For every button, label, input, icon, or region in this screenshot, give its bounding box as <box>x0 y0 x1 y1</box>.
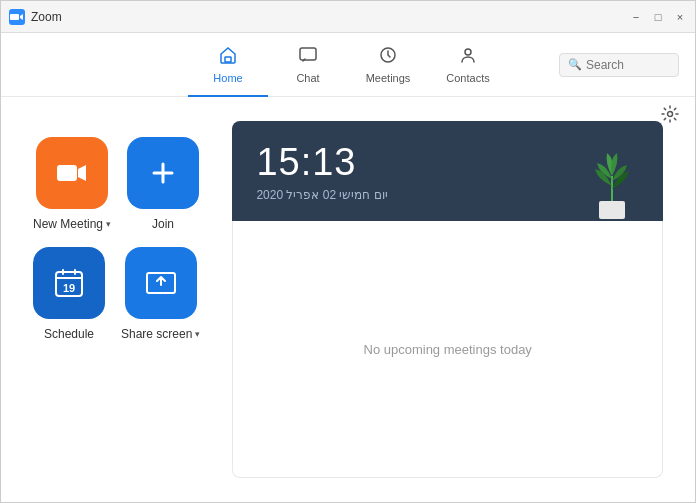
main-content: New Meeting ▾ Join <box>1 97 695 502</box>
minimize-button[interactable]: − <box>629 10 643 24</box>
svg-point-5 <box>668 112 673 117</box>
search-box[interactable]: 🔍 <box>559 53 679 77</box>
share-screen-chevron: ▾ <box>195 329 200 339</box>
new-meeting-chevron: ▾ <box>106 219 111 229</box>
svg-rect-6 <box>57 165 77 181</box>
chat-icon <box>298 45 318 70</box>
maximize-button[interactable]: □ <box>651 10 665 24</box>
schedule-label: Schedule <box>44 327 94 341</box>
join-label: Join <box>152 217 174 231</box>
meetings-icon <box>378 45 398 70</box>
svg-rect-1 <box>225 57 231 62</box>
no-meetings-text: No upcoming meetings today <box>364 342 532 357</box>
schedule-item[interactable]: 19 Schedule <box>33 247 105 341</box>
nav-home-label: Home <box>213 72 242 84</box>
calendar-panel: 15:13 יום חמישי 02 אפריל 2020 <box>232 121 663 478</box>
date-card: 15:13 יום חמישי 02 אפריל 2020 <box>232 121 663 221</box>
search-icon: 🔍 <box>568 58 582 71</box>
nav-meetings-label: Meetings <box>366 72 411 84</box>
action-row-2: 19 Schedule Sh <box>33 247 200 341</box>
window-title: Zoom <box>31 10 62 24</box>
join-item[interactable]: Join <box>127 137 199 231</box>
nav-item-home[interactable]: Home <box>188 33 268 97</box>
nav-item-chat[interactable]: Chat <box>268 33 348 97</box>
nav-chat-label: Chat <box>296 72 319 84</box>
main-window: Zoom − □ × Home <box>0 0 696 503</box>
action-buttons-panel: New Meeting ▾ Join <box>33 121 200 478</box>
home-icon <box>218 45 238 70</box>
close-button[interactable]: × <box>673 10 687 24</box>
calendar-icon: 19 <box>51 265 87 301</box>
contacts-icon <box>458 45 478 70</box>
new-meeting-label: New Meeting ▾ <box>33 217 111 231</box>
zoom-logo-icon <box>9 9 25 25</box>
nav-item-contacts[interactable]: Contacts <box>428 33 508 97</box>
nav-contacts-label: Contacts <box>446 72 489 84</box>
schedule-button[interactable]: 19 <box>33 247 105 319</box>
new-meeting-button[interactable] <box>36 137 108 209</box>
camera-icon <box>54 155 90 191</box>
join-button[interactable] <box>127 137 199 209</box>
new-meeting-item[interactable]: New Meeting ▾ <box>33 137 111 231</box>
plant-decoration <box>577 131 647 221</box>
time-display: 15:13 <box>256 141 387 184</box>
share-screen-button[interactable] <box>125 247 197 319</box>
plus-icon <box>146 156 180 190</box>
meetings-panel: No upcoming meetings today <box>232 221 663 478</box>
share-screen-icon <box>143 265 179 301</box>
title-bar: Zoom − □ × <box>1 1 695 33</box>
search-input[interactable] <box>586 58 666 72</box>
svg-text:19: 19 <box>63 282 75 294</box>
share-screen-label: Share screen ▾ <box>121 327 200 341</box>
title-bar-left: Zoom <box>9 9 62 25</box>
date-display: יום חמישי 02 אפריל 2020 <box>256 188 387 202</box>
nav-item-meetings[interactable]: Meetings <box>348 33 428 97</box>
svg-rect-2 <box>300 48 316 60</box>
title-bar-controls: − □ × <box>629 10 687 24</box>
settings-button[interactable] <box>661 105 679 127</box>
svg-point-4 <box>465 49 471 55</box>
action-row-1: New Meeting ▾ Join <box>33 137 200 231</box>
date-info: 15:13 יום חמישי 02 אפריל 2020 <box>256 141 387 202</box>
share-screen-item[interactable]: Share screen ▾ <box>121 247 200 341</box>
nav-bar: Home Chat Meetings <box>1 33 695 97</box>
svg-rect-10 <box>599 201 625 219</box>
